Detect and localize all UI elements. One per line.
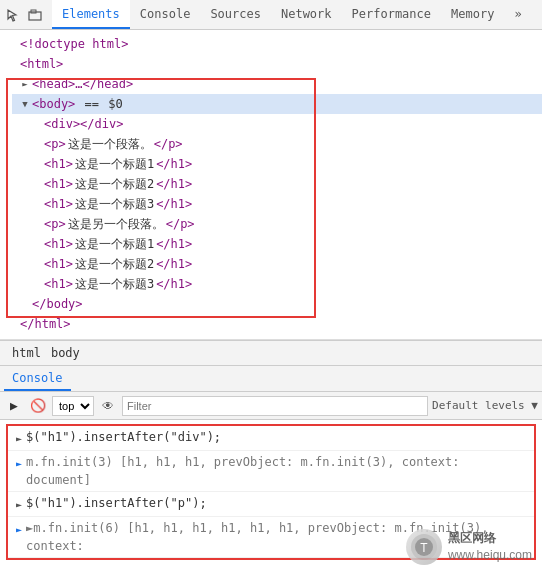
- elements-panel: <!doctype html> <html> ► <head>…</head> …: [0, 30, 542, 340]
- filter-input[interactable]: [122, 396, 428, 416]
- clear-button[interactable]: 🚫: [28, 396, 48, 416]
- html-line[interactable]: ► <head>…</head>: [12, 74, 542, 94]
- html-line[interactable]: <!doctype html>: [0, 34, 542, 54]
- tab-network[interactable]: Network: [271, 0, 342, 29]
- breadcrumb-body[interactable]: body: [47, 345, 84, 361]
- html-line[interactable]: </body>: [12, 294, 542, 314]
- expand-icon: [8, 59, 18, 69]
- tab-console-panel[interactable]: Console: [4, 366, 71, 391]
- html-line[interactable]: <h1>这是一个标题1</h1>: [24, 154, 542, 174]
- html-body-line[interactable]: ▼ <body> == $0: [12, 94, 542, 114]
- console-line[interactable]: ► $("h1").insertAfter("div");: [8, 426, 534, 451]
- tab-bar: Elements Console Sources Network Perform…: [52, 0, 532, 29]
- breadcrumb-html[interactable]: html: [8, 345, 45, 361]
- svg-marker-0: [8, 10, 16, 21]
- expand-icon: [32, 119, 42, 129]
- expand-icon[interactable]: ▼: [20, 99, 30, 109]
- box-icon[interactable]: [26, 6, 44, 24]
- console-line[interactable]: ► $("h1").insertAfter("p");: [8, 492, 534, 517]
- arrow-icon: ►: [16, 496, 22, 514]
- expand-icon: [8, 39, 18, 49]
- default-levels-dropdown[interactable]: Default levels ▼: [432, 399, 538, 412]
- devtools-toolbar: Elements Console Sources Network Perform…: [0, 0, 542, 30]
- html-line[interactable]: <h1>这是一个标题3</h1>: [24, 274, 542, 294]
- tab-elements[interactable]: Elements: [52, 0, 130, 29]
- console-line[interactable]: ► m.fn.init(3) [h1, h1, h1, prevObject: …: [8, 451, 534, 492]
- watermark: T 黑区网络 www.heiqu.com: [406, 529, 532, 565]
- context-select[interactable]: top: [52, 396, 94, 416]
- tab-sources[interactable]: Sources: [200, 0, 271, 29]
- html-line[interactable]: <h1>这是一个标题1</h1>: [24, 234, 542, 254]
- html-line[interactable]: <p>这是一个段落。</p>: [24, 134, 542, 154]
- console-toolbar: ▶ 🚫 top 👁 Default levels ▼: [0, 392, 542, 420]
- tab-memory[interactable]: Memory: [441, 0, 504, 29]
- arrow-icon: ►: [16, 430, 22, 448]
- html-line[interactable]: </html>: [0, 314, 542, 334]
- html-line[interactable]: <html>: [0, 54, 542, 74]
- cursor-icon[interactable]: [4, 6, 22, 24]
- html-line[interactable]: <h1>这是一个标题2</h1>: [24, 174, 542, 194]
- html-line[interactable]: <div></div>: [24, 114, 542, 134]
- expand-icon: [32, 139, 42, 149]
- breadcrumb-bar: html body: [0, 340, 542, 366]
- eye-button[interactable]: 👁: [98, 396, 118, 416]
- tab-console[interactable]: Console: [130, 0, 201, 29]
- svg-text:T: T: [420, 541, 428, 555]
- expand-icon[interactable]: ►: [20, 79, 30, 89]
- watermark-text: 黑区网络 www.heiqu.com: [448, 530, 532, 564]
- arrow-icon: ►: [16, 455, 22, 473]
- html-line[interactable]: <p>这是另一个段落。</p>: [24, 214, 542, 234]
- watermark-logo: T: [406, 529, 442, 565]
- run-button[interactable]: ▶: [4, 396, 24, 416]
- console-tab-bar: Console: [0, 366, 542, 392]
- arrow-icon: ►: [16, 521, 22, 539]
- toolbar-icons: [4, 6, 44, 24]
- tab-performance[interactable]: Performance: [342, 0, 441, 29]
- html-line[interactable]: <h1>这是一个标题2</h1>: [24, 254, 542, 274]
- html-line[interactable]: <h1>这是一个标题3</h1>: [24, 194, 542, 214]
- tab-more[interactable]: »: [504, 0, 531, 29]
